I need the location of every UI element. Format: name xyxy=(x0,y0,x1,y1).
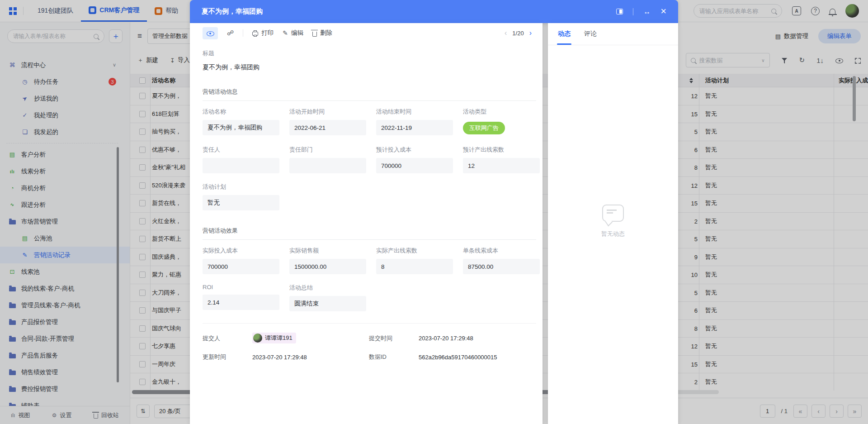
field-value: 2022-11-19 xyxy=(381,124,412,131)
record-pager-label: 1/20 xyxy=(512,30,524,37)
field-grid-3: 活动计划 暂无 xyxy=(203,183,536,210)
modal-toolbar: ☍ 打印 ✎ 编辑 删除 ‹ xyxy=(190,23,542,43)
field-value: 暂无 xyxy=(208,199,220,207)
divider xyxy=(633,8,633,15)
field-label: 预计投入成本 xyxy=(376,146,453,154)
form-field: 预计投入成本 700000 xyxy=(376,146,453,173)
field-grid-1: 活动名称 夏不为例，幸福团购 活动开始时间 2022-06-21 xyxy=(203,108,536,136)
form-field: 实际投入成本 700000 xyxy=(203,247,279,274)
field-value-title: 夏不为例，幸福团购 xyxy=(203,63,536,71)
delete-label: 删除 xyxy=(320,29,332,37)
record-meta: 提交人 谭谭谭191 提交时间 2023-07-20 17:29:48 更新时间… xyxy=(203,333,536,361)
data-id-label: 数据ID xyxy=(369,353,419,361)
submitter-tag[interactable]: 谭谭谭191 xyxy=(252,333,296,343)
field-label: 活动计划 xyxy=(203,183,279,191)
field-value-box: 2022-06-21 xyxy=(289,120,366,135)
field-value-box: 700000 xyxy=(203,259,279,274)
print-label: 打印 xyxy=(261,29,274,37)
form-field: 实际销售额 1500000.00 xyxy=(289,247,366,274)
field-value-box: 12 xyxy=(463,158,540,173)
section-campaign-info: 营销活动信息 xyxy=(203,88,536,96)
form-field: 活动总结 圆满结束 xyxy=(289,284,366,311)
field-label: 活动总结 xyxy=(289,284,366,292)
edit-button[interactable]: ✎ 编辑 xyxy=(283,29,303,37)
field-value-box: 圆满结束 xyxy=(289,296,366,311)
field-label: 实际销售额 xyxy=(289,247,366,255)
field-value-box: 87500.00 xyxy=(463,259,540,274)
field-value-box: 互联网广告 xyxy=(463,120,540,136)
view-mode-button[interactable] xyxy=(203,27,218,39)
form-field: 实际产出线索数 8 xyxy=(376,247,453,274)
field-value-box: 2.14 xyxy=(203,295,279,310)
field-label: 责任部门 xyxy=(289,146,366,154)
meta-divider xyxy=(203,323,536,324)
form-field: 活动类型 互联网广告 xyxy=(463,108,540,136)
field-label: 预计产出线索数 xyxy=(463,146,540,154)
field-label: 活动名称 xyxy=(203,108,279,116)
field-value: 1500000.00 xyxy=(294,263,326,270)
form-field: 单条线索成本 87500.00 xyxy=(463,247,540,274)
tab-activity[interactable]: 动态 xyxy=(558,23,571,45)
field-value: 圆满结束 xyxy=(294,300,319,308)
submit-time-label: 提交时间 xyxy=(369,334,419,343)
field-value-box xyxy=(203,158,279,173)
field-value: 87500.00 xyxy=(468,263,493,270)
field-value: 700000 xyxy=(381,162,401,169)
trash-icon xyxy=(312,32,317,37)
field-value-box: 2022-11-19 xyxy=(376,120,453,135)
field-value-box: 8 xyxy=(376,259,453,274)
field-value: 8 xyxy=(381,263,385,270)
pen-icon: ✎ xyxy=(283,29,288,37)
update-time-label: 更新时间 xyxy=(203,353,252,361)
screen: 191创建团队 CRM客户管理 帮助 A ? ＋ xyxy=(0,0,868,424)
field-value-box: 暂无 xyxy=(203,195,279,210)
field-value-box xyxy=(289,158,366,173)
form-field: 活动计划 暂无 xyxy=(203,183,279,210)
field-value: 2.14 xyxy=(208,299,219,306)
form-field: 活动结束时间 2022-11-19 xyxy=(376,108,453,136)
activity-empty-state: 暂无动态 xyxy=(548,18,678,424)
form-field: 责任人 xyxy=(203,146,279,173)
form-field: 活动开始时间 2022-06-21 xyxy=(289,108,366,136)
field-value: 12 xyxy=(468,162,475,169)
field-value: 互联网广告 xyxy=(463,122,505,134)
speech-bubble-icon xyxy=(602,205,624,222)
activity-panel: 动态 评论 暂无动态 xyxy=(548,23,678,424)
form-field: 责任部门 xyxy=(289,146,366,173)
record-form-panel: ☍ 打印 ✎ 编辑 删除 ‹ xyxy=(190,23,542,424)
field-grid-2: 责任人 责任部门 预计投入成本 700000 xyxy=(203,146,536,173)
close-icon[interactable]: × xyxy=(660,6,666,16)
empty-state-text: 暂无动态 xyxy=(601,230,625,238)
prev-record-icon[interactable]: ‹ xyxy=(505,29,507,37)
form-field: 活动名称 夏不为例，幸福团购 xyxy=(203,108,279,136)
submitter-avatar xyxy=(253,333,262,343)
field-label: 实际投入成本 xyxy=(203,247,279,255)
print-button[interactable]: 打印 xyxy=(252,29,274,37)
toggle-panel-icon[interactable] xyxy=(616,9,623,14)
field-label: 责任人 xyxy=(203,146,279,154)
field-label: 活动类型 xyxy=(463,108,540,116)
form-field: ROI 2.14 xyxy=(203,284,279,311)
update-time-value: 2023-07-20 17:29:48 xyxy=(252,354,369,361)
field-grid-5: ROI 2.14 活动总结 圆满结束 xyxy=(203,284,536,311)
divider xyxy=(243,29,243,37)
field-label: ROI xyxy=(203,284,279,291)
form-body: 标题 夏不为例，幸福团购 营销活动信息 活动名称 夏不为例，幸福团购 xyxy=(190,43,542,424)
expand-icon[interactable]: ↔ xyxy=(643,8,651,15)
share-icon[interactable]: ☍ xyxy=(227,29,234,37)
field-value: 700000 xyxy=(208,263,228,270)
next-record-icon[interactable]: › xyxy=(529,29,532,37)
printer-icon xyxy=(252,32,258,36)
field-label: 活动结束时间 xyxy=(376,108,453,116)
field-label: 单条线索成本 xyxy=(463,247,540,255)
modal-title: 夏不为例，幸福团购 xyxy=(202,7,263,16)
field-value-box: 夏不为例，幸福团购 xyxy=(203,120,279,135)
form-field: 预计产出线索数 12 xyxy=(463,146,540,173)
submitter-label: 提交人 xyxy=(203,334,252,343)
tab-comments[interactable]: 评论 xyxy=(584,23,597,45)
section-divider xyxy=(203,100,536,101)
section-campaign-result: 营销活动效果 xyxy=(203,227,536,235)
record-detail-modal: 夏不为例，幸福团购 ↔ × ☍ 打印 ✎ xyxy=(190,0,678,424)
delete-button[interactable]: 删除 xyxy=(312,29,332,37)
field-label: 活动开始时间 xyxy=(289,108,366,116)
